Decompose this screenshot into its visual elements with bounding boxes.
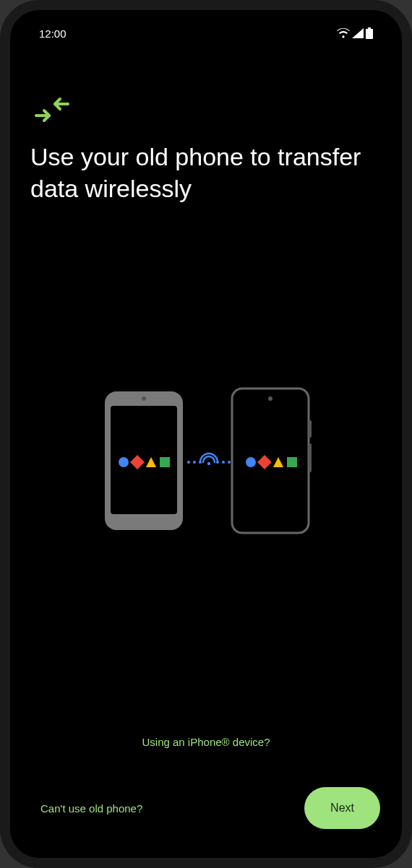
phones-transfer-illustration — [90, 377, 322, 536]
wifi-icon — [337, 28, 350, 38]
content-area: Use your old phone to transfer data wire… — [30, 56, 382, 858]
battery-icon — [366, 27, 373, 39]
svg-point-12 — [246, 457, 256, 467]
svg-point-2 — [142, 396, 146, 401]
svg-rect-11 — [309, 443, 312, 472]
device-frame: 12:00 Use your old phone to transfer dat… — [0, 0, 412, 868]
cant-use-old-phone-link[interactable]: Can't use old phone? — [32, 797, 151, 820]
svg-point-20 — [222, 461, 225, 464]
svg-point-17 — [193, 461, 196, 464]
svg-rect-15 — [287, 457, 297, 467]
screen: 12:00 Use your old phone to transfer dat… — [10, 10, 402, 858]
illustration — [30, 190, 382, 723]
status-bar: 12:00 — [30, 10, 382, 56]
iphone-link[interactable]: Using an iPhone® device? — [134, 730, 279, 754]
svg-point-9 — [268, 396, 272, 401]
svg-point-22 — [207, 462, 210, 465]
footer: Using an iPhone® device? Can't use old p… — [30, 723, 382, 858]
svg-rect-6 — [160, 457, 170, 467]
status-time: 12:00 — [39, 27, 66, 40]
svg-rect-10 — [309, 420, 312, 438]
transfer-arrows-icon — [35, 97, 69, 123]
signal-icon — [352, 28, 364, 38]
svg-point-3 — [119, 457, 129, 467]
status-icons — [337, 27, 373, 39]
next-button[interactable]: Next — [304, 787, 380, 829]
svg-point-21 — [228, 461, 231, 464]
svg-point-16 — [187, 461, 190, 464]
